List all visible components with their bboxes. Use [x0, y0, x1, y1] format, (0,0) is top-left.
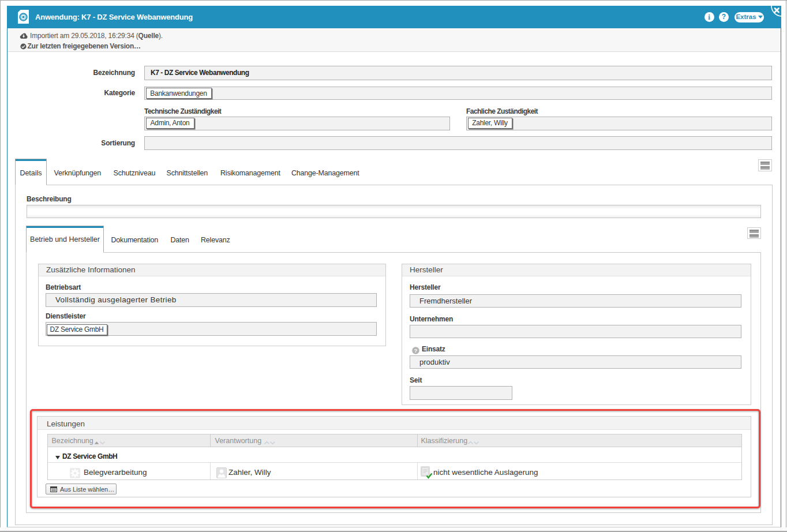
svg-text:?: ? [414, 347, 417, 353]
